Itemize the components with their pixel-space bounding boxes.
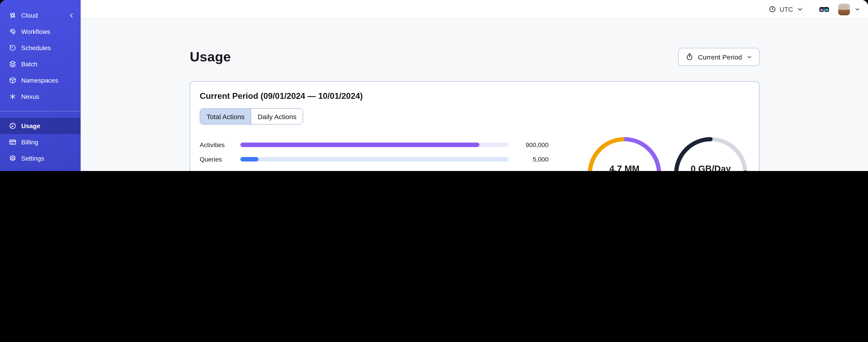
sidebar-divider bbox=[0, 111, 81, 111]
sidebar-item-settings[interactable]: Settings bbox=[0, 150, 81, 167]
top-bar: UTC bbox=[81, 0, 868, 19]
bar-value: 900,000 bbox=[509, 141, 549, 148]
chevron-down-icon bbox=[854, 6, 861, 13]
period-selector-label: Current Period bbox=[698, 53, 742, 61]
sidebar-item-batch[interactable]: Batch bbox=[0, 56, 81, 72]
sidebar-item-label: Schedules bbox=[21, 44, 51, 52]
usage-icon bbox=[8, 122, 17, 130]
sidebar-item-namespaces[interactable]: Namespaces bbox=[0, 72, 81, 89]
actions-tab-group: Total Actions Daily Actions bbox=[200, 108, 303, 125]
sidebar-item-label: Usage bbox=[21, 122, 40, 130]
total-storage-value: 0 GB/Day bbox=[691, 164, 731, 171]
sidebar-item-label: Billing bbox=[21, 138, 38, 146]
bar-value: 130,000 bbox=[509, 170, 549, 171]
sidebar-item-cloud[interactable]: Cloud bbox=[0, 7, 81, 24]
sidebar-item-billing[interactable]: Billing bbox=[0, 134, 81, 150]
sidebar-item-schedules[interactable]: Schedules bbox=[0, 40, 81, 56]
sidebar-item-nexus[interactable]: Nexus bbox=[0, 89, 81, 105]
sidebar-item-label: Namespaces bbox=[21, 77, 58, 84]
bar-label: Queries bbox=[200, 156, 240, 163]
sidebar-item-workflows[interactable]: Workflows bbox=[0, 24, 81, 40]
total-storage-donut: 0 GB/Day Total Storage bbox=[672, 135, 750, 171]
page-content: Usage Current Period Current Period (09/… bbox=[81, 19, 868, 171]
total-actions-donut: 4.7 MM Total Actions bbox=[586, 135, 663, 171]
timezone-label: UTC bbox=[779, 6, 793, 13]
bar-fill bbox=[240, 157, 258, 162]
schedules-icon bbox=[8, 44, 17, 52]
tab-total-actions[interactable]: Total Actions bbox=[200, 109, 251, 124]
period-selector-button[interactable]: Current Period bbox=[678, 48, 760, 66]
usage-charts: Activities 900,000 Queries 5,000 Signals bbox=[200, 135, 750, 171]
sidebar-item-label: Cloud bbox=[21, 12, 38, 19]
sidebar: Cloud Workflows Schedules Batch bbox=[0, 0, 81, 171]
batch-icon bbox=[8, 60, 17, 68]
bar-value: 5,000 bbox=[509, 156, 549, 163]
current-period-card: Current Period (09/01/2024 — 10/01/2024)… bbox=[190, 81, 760, 171]
bar-row-signals: Signals 130,000 bbox=[200, 167, 549, 171]
app-window: Cloud Workflows Schedules Batch bbox=[0, 0, 868, 171]
stopwatch-icon bbox=[686, 53, 694, 61]
sidebar-item-label: Batch bbox=[21, 61, 37, 68]
bar-label: Signals bbox=[200, 170, 240, 171]
workflows-icon bbox=[8, 28, 17, 36]
page-title: Usage bbox=[190, 48, 231, 65]
namespaces-icon bbox=[8, 76, 17, 84]
sidebar-item-usage[interactable]: Usage bbox=[0, 118, 81, 134]
avatar[interactable] bbox=[838, 3, 850, 15]
settings-icon bbox=[8, 154, 17, 163]
total-actions-value: 4.7 MM bbox=[609, 164, 639, 171]
bar-track bbox=[240, 157, 509, 162]
feedback-glasses-button[interactable] bbox=[819, 5, 830, 14]
sidebar-collapse-button[interactable] bbox=[68, 12, 75, 19]
main-area: UTC Usage Current Per bbox=[81, 0, 868, 171]
card-title: Current Period (09/01/2024 — 10/01/2024) bbox=[200, 91, 750, 101]
usage-bar-chart: Activities 900,000 Queries 5,000 Signals bbox=[200, 138, 549, 171]
chevron-down-icon bbox=[796, 5, 804, 13]
bar-row-activities: Activities 900,000 bbox=[200, 138, 549, 152]
sidebar-item-label: Settings bbox=[21, 155, 44, 162]
temporal-cloud-logo-icon bbox=[8, 11, 17, 20]
donut-charts: 4.7 MM Total Actions 0 GB/Day To bbox=[586, 135, 750, 171]
timezone-selector[interactable]: UTC bbox=[769, 5, 804, 13]
chevron-down-icon bbox=[746, 54, 753, 60]
bar-row-queries: Queries 5,000 bbox=[200, 152, 549, 167]
sidebar-item-label: Nexus bbox=[21, 93, 39, 100]
user-menu-button[interactable] bbox=[854, 6, 861, 13]
tab-daily-actions[interactable]: Daily Actions bbox=[251, 109, 303, 124]
sidebar-item-label: Workflows bbox=[21, 28, 51, 35]
bar-label: Activities bbox=[200, 141, 240, 148]
clock-icon bbox=[769, 5, 776, 13]
billing-icon bbox=[8, 138, 17, 146]
glasses-icon bbox=[819, 5, 830, 14]
bar-fill bbox=[240, 143, 479, 147]
nexus-icon bbox=[8, 93, 17, 101]
bar-track bbox=[240, 143, 509, 147]
